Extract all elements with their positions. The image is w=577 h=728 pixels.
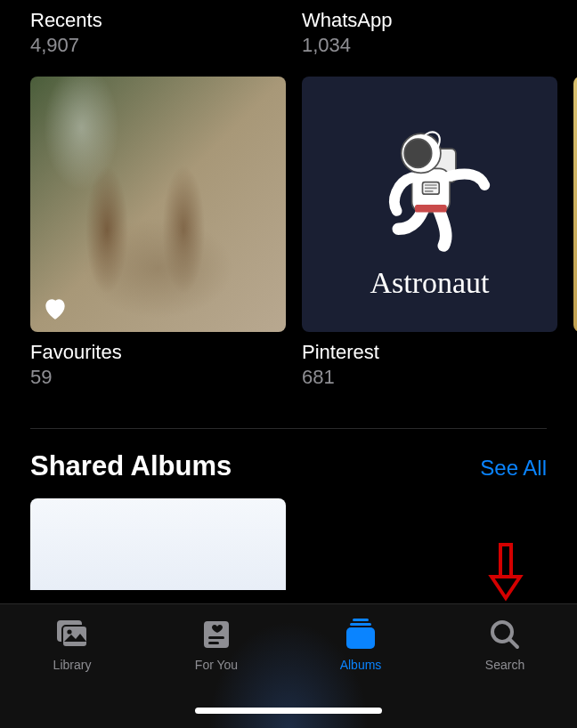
svg-point-7: [404, 139, 432, 167]
shared-album-tile[interactable]: [30, 498, 286, 590]
albums-icon: [340, 617, 381, 652]
for-you-icon: [196, 617, 237, 652]
album-title: Favourites: [30, 341, 286, 364]
shared-albums-row: [0, 498, 577, 590]
album-title: Pinterest: [302, 341, 557, 364]
albums-scroll[interactable]: Recents 4,907 WhatsApp 1,034 Favourites …: [0, 0, 577, 603]
tab-label: Albums: [340, 658, 382, 672]
album-thumbnail: [30, 77, 286, 332]
my-albums-row-2: Favourites 59: [0, 77, 577, 389]
album-tile-whatsapp[interactable]: WhatsApp 1,034: [302, 9, 557, 57]
see-all-button[interactable]: See All: [480, 456, 547, 481]
tab-label: Library: [53, 658, 92, 672]
svg-line-20: [509, 639, 517, 647]
svg-rect-11: [62, 626, 87, 647]
album-tile-recents[interactable]: Recents 4,907: [30, 9, 286, 57]
album-tile-partial[interactable]: [573, 77, 577, 389]
svg-rect-16: [353, 619, 369, 621]
tab-for-you[interactable]: For You: [154, 617, 279, 672]
astronaut-icon: [354, 109, 506, 261]
search-icon: [484, 617, 525, 652]
tab-search[interactable]: Search: [443, 617, 567, 672]
svg-rect-18: [346, 627, 375, 649]
album-tile-partial[interactable]: [573, 9, 577, 57]
tab-label: Search: [485, 658, 524, 672]
album-tile-favourites[interactable]: Favourites 59: [30, 77, 286, 389]
shared-albums-header: Shared Albums See All: [0, 450, 577, 482]
section-title: Shared Albums: [30, 450, 232, 482]
home-indicator[interactable]: [195, 708, 382, 714]
album-title: WhatsApp: [302, 9, 557, 32]
tab-label: For You: [195, 658, 238, 672]
section-divider: [30, 428, 547, 429]
album-thumbnail: Astronaut: [302, 77, 557, 332]
library-icon: [52, 617, 93, 652]
svg-rect-15: [208, 642, 219, 644]
album-thumbnail: [573, 77, 577, 332]
album-count: 4,907: [30, 34, 286, 57]
tab-albums[interactable]: Albums: [298, 617, 423, 672]
svg-point-12: [67, 629, 71, 634]
album-count: 681: [302, 366, 557, 389]
heart-icon: [41, 295, 69, 323]
thumbnail-caption: Astronaut: [370, 266, 489, 300]
album-tile-pinterest[interactable]: Astronaut Pinterest 681: [302, 77, 557, 389]
album-title: Recents: [30, 9, 286, 32]
svg-rect-17: [350, 623, 371, 626]
album-count: 1,034: [302, 34, 557, 57]
svg-rect-8: [415, 205, 447, 213]
svg-rect-14: [208, 636, 224, 639]
tab-bar: Library For You Albums: [0, 603, 577, 728]
album-count: 59: [30, 366, 286, 389]
my-albums-row-1: Recents 4,907 WhatsApp 1,034: [0, 0, 577, 57]
tab-library[interactable]: Library: [10, 617, 134, 672]
